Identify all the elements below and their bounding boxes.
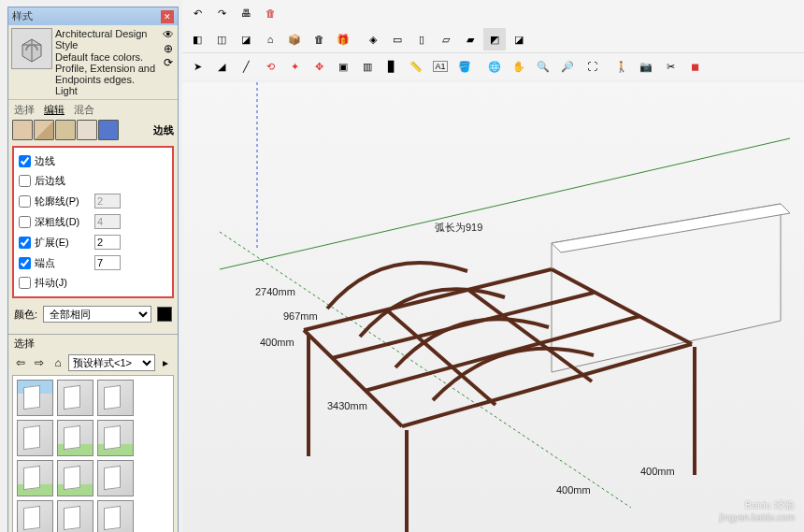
box-shade-icon[interactable]: ◧	[186, 28, 208, 50]
extend-checkbox[interactable]	[19, 237, 31, 249]
depth-label: 深粗线(D)	[35, 215, 91, 229]
watermark-settings-icon[interactable]	[77, 120, 97, 140]
line-tool-icon[interactable]: ╱	[235, 55, 257, 78]
zoom-window-icon[interactable]: 🔎	[556, 55, 579, 78]
close-icon[interactable]: ✕	[161, 10, 174, 23]
tab-mix[interactable]: 混合	[74, 102, 94, 118]
style-preset-5[interactable]	[57, 420, 93, 456]
style-preset-1[interactable]	[17, 380, 53, 416]
delete-button[interactable]: 🗑	[259, 2, 281, 24]
tab-edit[interactable]: 编辑	[44, 102, 65, 118]
style-preset-11[interactable]	[57, 500, 93, 532]
panel-title-text: 样式	[12, 9, 33, 23]
jitter-checkbox[interactable]	[19, 277, 31, 289]
face-settings-icon[interactable]	[34, 120, 54, 140]
refresh-icon[interactable]: ⟳	[162, 56, 175, 69]
box-fill-icon[interactable]: ◪	[235, 28, 257, 50]
depth-checkbox[interactable]	[19, 216, 31, 228]
undo-button[interactable]: ↶	[186, 2, 208, 24]
tape-tool-icon[interactable]: 📏	[405, 55, 427, 78]
nav-forward-icon[interactable]: ⇨	[31, 354, 48, 371]
style-grid	[12, 375, 174, 532]
modeling-settings-icon[interactable]	[98, 120, 119, 140]
orbit-tool-icon[interactable]: 🌐	[483, 55, 506, 78]
profile-checkbox[interactable]	[19, 195, 31, 208]
pushpull-tool-icon[interactable]: ▣	[332, 55, 354, 78]
profile-input[interactable]	[94, 194, 121, 208]
style-preset-3[interactable]	[97, 380, 134, 416]
back-edge-checkbox[interactable]	[19, 175, 31, 187]
persp-view-icon[interactable]: ◪	[508, 28, 530, 50]
svg-line-8	[402, 344, 692, 426]
extension-icon[interactable]: ◼	[683, 55, 706, 78]
color-select[interactable]: 全部相同	[43, 306, 151, 323]
scale-tool-icon[interactable]: ▥	[356, 55, 379, 78]
eraser-tool-icon[interactable]: ◢	[210, 55, 233, 78]
circle-tool-icon[interactable]: ✦	[283, 55, 306, 78]
jitter-label: 抖动(J)	[35, 276, 91, 290]
redo-button[interactable]: ↷	[210, 2, 233, 24]
endpoint-checkbox[interactable]	[19, 257, 31, 269]
move-tool-icon[interactable]: ✥	[308, 55, 330, 78]
offset-tool-icon[interactable]: ▊	[380, 55, 403, 78]
iso-view-icon[interactable]: ◈	[362, 28, 384, 50]
section-tool-icon[interactable]: ✂	[659, 55, 682, 78]
show-icon[interactable]: 👁	[162, 28, 175, 41]
bottom-view-icon[interactable]: ▰	[459, 28, 481, 50]
color-swatch[interactable]	[157, 307, 172, 322]
edge-settings-icon[interactable]	[12, 120, 33, 140]
extend-input[interactable]	[94, 235, 121, 250]
background-settings-icon[interactable]	[55, 120, 76, 140]
paint-tool-icon[interactable]: 🪣	[453, 55, 476, 78]
nav-back-icon[interactable]: ⇦	[12, 354, 29, 371]
top-view-icon[interactable]: ▱	[435, 28, 457, 50]
pan-tool-icon[interactable]: ✋	[508, 55, 530, 78]
nav-home-icon[interactable]: ⌂	[50, 354, 66, 371]
text-tool-icon[interactable]: A1	[429, 55, 452, 78]
box-open-icon[interactable]: 🎁	[332, 28, 354, 50]
arc-tool-icon[interactable]: ⟲	[259, 55, 281, 78]
toolbar-row-1: ↶ ↷ 🖶 🗑	[182, 0, 804, 26]
style-preset-12[interactable]	[97, 500, 134, 532]
style-preset-6[interactable]	[97, 420, 134, 456]
depth-input[interactable]	[94, 214, 121, 229]
preset-select[interactable]: 预设样式<1>	[68, 354, 155, 371]
camera-tool-icon[interactable]: 📷	[635, 55, 657, 78]
panel-tabs: 选择 编辑 混合	[8, 99, 178, 118]
watermark-brand: Baidu 经验	[719, 498, 795, 512]
edge-label: 边线	[35, 154, 91, 168]
model-canvas	[182, 82, 804, 532]
trash-icon[interactable]: 🗑	[308, 28, 330, 50]
tab-select[interactable]: 选择	[14, 102, 35, 118]
open-box-icon[interactable]: 📦	[283, 28, 306, 50]
edge-checkbox[interactable]	[19, 155, 31, 167]
details-icon[interactable]: ▸	[157, 354, 174, 371]
dim-2740: 2740mm	[255, 286, 295, 297]
style-preset-7[interactable]	[17, 460, 53, 496]
style-preset-4[interactable]	[17, 420, 53, 456]
style-preset-8[interactable]	[57, 460, 93, 496]
endpoint-label: 端点	[35, 256, 91, 270]
style-preset-2[interactable]	[57, 380, 93, 416]
dim-967: 967mm	[283, 310, 318, 322]
model-viewport[interactable]: 弧长为919 400mm 967mm 2740mm 3430mm 400mm 4…	[182, 82, 804, 532]
side-view-icon[interactable]: ▯	[410, 28, 433, 50]
new-style-icon[interactable]: ⊕	[162, 42, 175, 55]
endpoint-input[interactable]	[94, 255, 121, 270]
profile-label: 轮廓线(P)	[35, 194, 91, 208]
zoom-extents-icon[interactable]: ⛶	[581, 55, 603, 78]
person-tool-icon[interactable]: 🚶	[610, 55, 633, 78]
watermark: Baidu 经验 jingyan.baidu.com	[719, 498, 795, 523]
watermark-url: jingyan.baidu.com	[719, 512, 795, 523]
house-icon[interactable]: ⌂	[259, 28, 281, 50]
zoom-tool-icon[interactable]: 🔍	[532, 55, 554, 78]
panel-titlebar: 样式 ✕	[8, 7, 178, 25]
style-preset-9[interactable]	[97, 460, 134, 496]
style-thumbnail[interactable]	[11, 28, 52, 69]
active-view-icon[interactable]: ◩	[483, 28, 506, 50]
front-view-icon[interactable]: ▭	[386, 28, 409, 50]
print-button[interactable]: 🖶	[235, 2, 257, 24]
select-tool-icon[interactable]: ➤	[186, 55, 208, 78]
style-preset-10[interactable]	[17, 500, 53, 532]
box-wire-icon[interactable]: ◫	[210, 28, 233, 50]
